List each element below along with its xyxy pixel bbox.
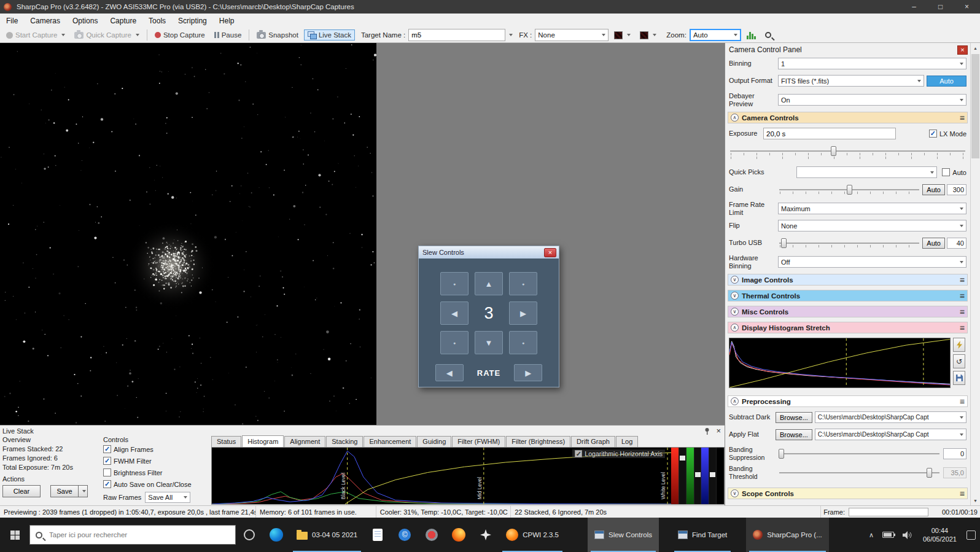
exposure-input[interactable]	[763, 128, 896, 139]
speaker-icon[interactable]	[898, 518, 917, 552]
banding-suppression-value[interactable]: 0	[943, 448, 966, 459]
section-scope-controls[interactable]: ∨ Scope Controls ≡	[728, 488, 968, 499]
hamburger-icon[interactable]: ≡	[960, 291, 965, 301]
section-thermal-controls[interactable]: ∨ Thermal Controls ≡	[728, 290, 968, 301]
taskbar-find-target[interactable]: Find Target	[671, 518, 734, 552]
gain-value[interactable]: 300	[947, 184, 966, 195]
red-level-bar[interactable]	[671, 448, 679, 504]
battery-icon[interactable]	[878, 518, 898, 552]
quick-picks-select[interactable]	[796, 166, 937, 178]
taskbar-copyright-app[interactable]: ©	[391, 518, 418, 552]
maximize-button[interactable]: □	[927, 0, 954, 14]
minimize-button[interactable]: –	[901, 0, 927, 14]
start-capture-button[interactable]: Start Capture	[2, 29, 69, 41]
debayer-preview-select[interactable]: On	[778, 94, 966, 106]
slew-close-button[interactable]: ×	[544, 248, 556, 257]
live-stack-close-icon[interactable]: ×	[716, 426, 721, 435]
fx-select[interactable]: None	[535, 29, 609, 41]
rate-down-button[interactable]: ◀	[435, 364, 464, 381]
tab-histogram[interactable]: Histogram	[242, 435, 284, 447]
turbo-usb-slider[interactable]	[778, 237, 920, 249]
frame-input[interactable]	[849, 508, 928, 516]
tab-drift-graph[interactable]: Drift Graph	[571, 436, 615, 447]
frame-rate-limit-select[interactable]: Maximum	[778, 203, 966, 214]
panel-close-button[interactable]: ×	[957, 45, 968, 55]
collapse-icon[interactable]: ∧	[731, 397, 739, 405]
colour-swatch-1-button[interactable]	[610, 29, 634, 41]
banding-suppression-slider[interactable]	[778, 448, 941, 460]
live-stack-button[interactable]: Live Stack	[304, 29, 355, 41]
tab-enhancement[interactable]: Enhancement	[364, 436, 416, 447]
reset-stretch-button[interactable]: ↺	[953, 354, 965, 368]
start-button[interactable]	[0, 518, 29, 552]
taskbar-explorer-window[interactable]: 03-04 05 2021	[290, 518, 364, 552]
quick-picks-auto-checkbox[interactable]: ✓	[942, 168, 950, 176]
section-display-histogram-stretch[interactable]: ∧ Display Histogram Stretch ≡	[728, 322, 968, 333]
histogram-button[interactable]	[743, 29, 760, 41]
raw-frames-select[interactable]: Save All	[145, 492, 190, 503]
notification-center-icon[interactable]	[962, 518, 980, 552]
taskbar-clock[interactable]: 00:44 06/05/2021	[917, 526, 962, 543]
tab-guiding[interactable]: Guiding	[417, 436, 451, 447]
slew-south-west-button[interactable]: ●	[440, 331, 469, 354]
slew-north-button[interactable]: ▲	[475, 272, 503, 295]
gain-auto-button[interactable]: Auto	[922, 184, 945, 195]
apply-flat-path-select[interactable]: C:\Users\marcb\Desktop\SharpCap Capt	[815, 429, 966, 440]
brightness-filter-checkbox[interactable]: ✓	[103, 468, 111, 476]
turbo-usb-value[interactable]: 40	[947, 238, 966, 249]
output-format-auto-button[interactable]: Auto	[927, 76, 966, 87]
tab-log[interactable]: Log	[616, 436, 638, 447]
tab-status[interactable]: Status	[211, 436, 241, 447]
taskbar-firefox[interactable]	[445, 518, 472, 552]
section-camera-controls[interactable]: ∧ Camera Controls ≡	[728, 112, 968, 123]
slew-south-button[interactable]: ▼	[475, 331, 503, 354]
banding-suppression-thumb[interactable]	[779, 449, 784, 459]
stop-capture-button[interactable]: Stop Capture	[151, 29, 209, 41]
expand-icon[interactable]: ∨	[731, 308, 739, 316]
banding-threshold-slider[interactable]	[778, 467, 941, 479]
pause-button[interactable]: Pause	[211, 29, 246, 41]
hamburger-icon[interactable]: ≡	[960, 307, 965, 317]
taskbar-cortana[interactable]	[236, 518, 263, 552]
live-stack-histogram[interactable]: Black LevelMid LevelWhite Level ✓ Logari…	[211, 447, 725, 505]
collapse-icon[interactable]: ∧	[731, 324, 739, 332]
scrollbar-thumb[interactable]	[971, 54, 979, 158]
clear-button[interactable]: Clear	[2, 485, 41, 497]
search-input[interactable]	[48, 531, 230, 539]
subtract-dark-browse-button[interactable]: Browse...	[776, 412, 812, 423]
apply-flat-browse-button[interactable]: Browse...	[776, 429, 812, 440]
menu-item-scripting[interactable]: Scripting	[172, 15, 213, 27]
menu-item-help[interactable]: Help	[213, 15, 241, 27]
pin-icon[interactable]	[704, 427, 710, 435]
save-dropdown-arrow[interactable]	[79, 485, 88, 497]
slew-dialog-titlebar[interactable]: Slew Controls ×	[419, 246, 559, 259]
lx-mode-checkbox[interactable]: ✓	[929, 130, 937, 138]
expand-icon[interactable]: ∨	[731, 489, 739, 497]
expand-icon[interactable]: ∨	[731, 276, 739, 284]
slew-north-east-button[interactable]: ●	[509, 272, 537, 295]
hardware-binning-select[interactable]: Off	[778, 256, 966, 268]
snapshot-button[interactable]: Snapshot	[253, 29, 302, 41]
display-stretch-histogram[interactable]	[729, 338, 951, 388]
tab-filter-brightness[interactable]: Filter (Brightness)	[506, 436, 570, 447]
zoom-tool-button[interactable]	[761, 30, 775, 40]
turbo-usb-slider-thumb[interactable]	[781, 238, 787, 248]
tray-chevron-icon[interactable]: ∧	[865, 518, 878, 552]
section-misc-controls[interactable]: ∨ Misc Controls ≡	[728, 306, 968, 317]
target-name-input[interactable]	[408, 29, 505, 41]
colour-swatch-2-button[interactable]	[636, 29, 660, 41]
slew-south-east-button[interactable]: ●	[509, 331, 537, 354]
blue-level-handle[interactable]	[710, 472, 715, 477]
menu-item-cameras[interactable]: Cameras	[24, 15, 66, 27]
section-image-controls[interactable]: ∨ Image Controls ≡	[728, 274, 968, 286]
taskbar-notes[interactable]	[364, 518, 391, 552]
hamburger-icon[interactable]: ≡	[960, 397, 965, 406]
taskbar-edge[interactable]	[263, 518, 290, 552]
blue-level-bar[interactable]	[701, 448, 709, 504]
auto-stretch-button[interactable]	[953, 338, 965, 352]
red-level-handle[interactable]	[680, 456, 685, 461]
fwhm-filter-checkbox[interactable]: ✓	[103, 457, 111, 465]
green-level-handle[interactable]	[695, 472, 701, 477]
chevron-down-icon[interactable]	[509, 34, 513, 36]
hamburger-icon[interactable]: ≡	[960, 275, 965, 285]
